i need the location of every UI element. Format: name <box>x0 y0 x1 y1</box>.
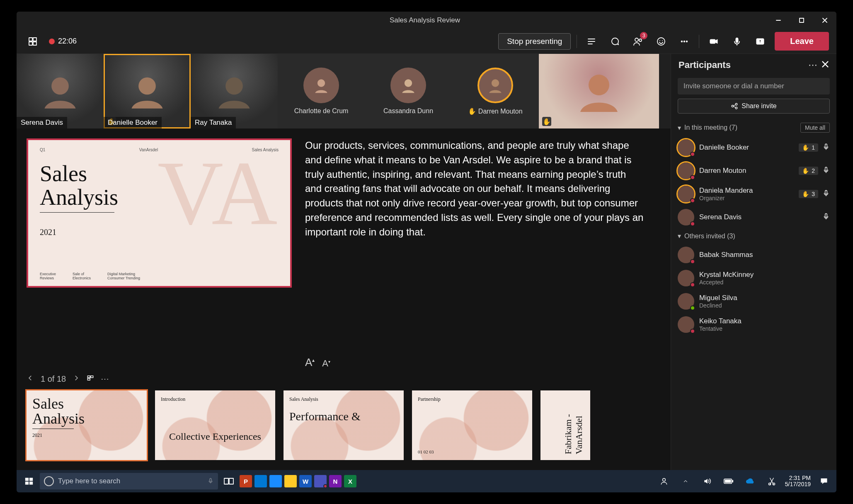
people-tray-icon[interactable] <box>656 473 672 489</box>
more-actions-icon[interactable] <box>676 33 693 50</box>
video-tile[interactable]: Ray Tanaka <box>191 54 278 128</box>
participant-name-label: Cassandra Dunn <box>383 107 433 115</box>
start-menu-button[interactable] <box>21 473 37 489</box>
window-close-button[interactable] <box>813 12 836 29</box>
file-explorer-icon[interactable] <box>284 475 297 487</box>
share-invite-button[interactable]: Share invite <box>678 99 830 114</box>
svg-rect-35 <box>210 478 211 482</box>
meeting-toolbar: 22:06 Stop presenting 3 <box>17 29 836 54</box>
video-row: Serena Davis ✋ Danielle Booker Ray Tanak… <box>17 54 671 128</box>
svg-point-7 <box>657 38 665 45</box>
onedrive-tray-icon[interactable] <box>742 473 758 489</box>
svg-rect-31 <box>25 478 29 481</box>
mic-icon[interactable] <box>822 166 830 176</box>
participant-row[interactable]: Daniela Mandera Organizer ✋ 3 <box>671 182 836 206</box>
thumb-center: Performance & <box>289 411 398 422</box>
slide-thumbnail[interactable]: Fabrikam - VanArsdel <box>540 390 590 460</box>
video-tile-avatar[interactable]: Cassandra Dunn <box>365 54 452 128</box>
hand-order-badge: ✋ 2 <box>799 167 818 175</box>
onenote-app-icon[interactable]: N <box>329 475 342 487</box>
excel-app-icon[interactable]: X <box>344 475 356 487</box>
word-app-icon[interactable]: W <box>299 475 312 487</box>
slide-thumbnail[interactable]: Sales Analysis Performance & <box>284 390 404 460</box>
tray-chevron-icon[interactable] <box>677 473 694 489</box>
video-tile-avatar[interactable]: Charlotte de Crum <box>278 54 365 128</box>
current-slide[interactable]: VA Q1 VanArsdel Sales Analysis SalesAnal… <box>27 138 292 288</box>
stop-presenting-button[interactable]: Stop presenting <box>498 33 571 50</box>
svg-point-16 <box>225 78 243 95</box>
video-tile[interactable]: ✋ <box>539 54 659 128</box>
mute-all-button[interactable]: Mute all <box>800 123 830 133</box>
invite-input[interactable]: Invite someone or dial a number <box>678 78 830 94</box>
teams-app-icon[interactable] <box>314 475 327 487</box>
raised-hand-icon: ✋ <box>542 117 551 126</box>
video-tile[interactable]: ✋ Danielle Booker <box>104 54 191 128</box>
participant-row[interactable]: Krystal McKinney Accepted <box>671 267 836 290</box>
chat-icon[interactable] <box>606 33 623 50</box>
camera-toggle-button[interactable] <box>705 33 722 50</box>
share-screen-button[interactable] <box>751 33 769 50</box>
participant-video <box>539 54 659 128</box>
layout-grid-button[interactable] <box>24 33 41 50</box>
svg-rect-2 <box>33 38 36 41</box>
notes-icon[interactable] <box>583 33 600 50</box>
grid-view-button[interactable] <box>87 374 94 384</box>
in-meeting-label: In this meeting (7) <box>684 124 737 131</box>
decrease-font-button[interactable]: A▾ <box>322 358 330 369</box>
avatar-icon <box>390 68 426 103</box>
svg-rect-40 <box>732 480 733 482</box>
slide-thumbnail[interactable]: Partnership 01 02 03 <box>412 390 532 460</box>
windows-taskbar: Type here to search P W N X <box>17 470 836 492</box>
thumb-sub: 2021 <box>32 432 141 439</box>
participant-name: Danielle Booker <box>699 143 749 152</box>
taskbar-clock[interactable]: 2:31 PM 5/17/2019 <box>785 475 811 488</box>
participants-more-icon[interactable]: ⋯ <box>808 60 817 70</box>
reactions-icon[interactable] <box>652 33 670 50</box>
thumb-title: SalesAnalysis <box>32 396 141 426</box>
participants-close-icon[interactable] <box>821 60 829 70</box>
slide-thumbnail[interactable]: Introduction Collective Experiences <box>155 390 275 460</box>
participant-row[interactable]: Danielle Booker ✋ 1 <box>671 136 836 159</box>
others-invited-section-header[interactable]: ▾ Others invited (3) <box>671 229 836 243</box>
next-slide-button[interactable] <box>73 374 80 384</box>
battery-tray-icon[interactable] <box>720 473 737 489</box>
mic-icon[interactable] <box>822 213 830 222</box>
action-center-icon[interactable] <box>816 473 832 489</box>
slide-meta: VanArsdel <box>139 148 158 152</box>
task-view-button[interactable] <box>221 473 237 489</box>
calendar-app-icon[interactable] <box>254 475 267 487</box>
svg-point-14 <box>51 78 69 95</box>
video-tile-avatar[interactable]: ✋ Darren Mouton <box>452 54 539 128</box>
powerpoint-app-icon[interactable]: P <box>240 475 252 487</box>
edge-app-icon[interactable] <box>269 475 282 487</box>
title-bar: Sales Analysis Review <box>17 12 836 29</box>
participant-row[interactable]: Serena Davis <box>671 206 836 229</box>
mic-icon[interactable] <box>822 189 830 199</box>
avatar-icon <box>678 209 694 225</box>
search-mic-icon[interactable] <box>207 477 214 485</box>
participant-row[interactable]: Miguel Silva Declined <box>671 290 836 313</box>
svg-rect-33 <box>25 482 29 485</box>
increase-font-button[interactable]: A▴ <box>305 356 315 369</box>
avatar-icon <box>303 68 339 103</box>
participant-row[interactable]: Darren Mouton ✋ 2 <box>671 159 836 182</box>
window-maximize-button[interactable] <box>790 12 813 29</box>
mic-toggle-button[interactable] <box>728 33 746 50</box>
slide-more-button[interactable]: ⋯ <box>101 374 109 384</box>
window-minimize-button[interactable] <box>767 12 790 29</box>
mic-icon[interactable] <box>822 143 830 153</box>
prev-slide-button[interactable] <box>27 374 34 384</box>
in-meeting-section-header[interactable]: ▾ In this meeting (7) Mute all <box>671 119 836 136</box>
slide-thumbnail[interactable]: SalesAnalysis 2021 <box>27 390 147 460</box>
snip-tray-icon[interactable] <box>763 473 780 489</box>
video-tile[interactable]: Serena Davis <box>17 54 104 128</box>
taskbar-search-input[interactable]: Type here to search <box>40 473 218 489</box>
leave-button[interactable]: Leave <box>775 32 829 51</box>
participant-row[interactable]: Keiko Tanaka Tentative <box>671 313 836 336</box>
svg-rect-12 <box>736 38 738 43</box>
people-count-badge: 3 <box>640 32 647 39</box>
people-icon[interactable]: 3 <box>629 33 647 50</box>
volume-tray-icon[interactable] <box>699 473 715 489</box>
participant-row[interactable]: Babak Shammas <box>671 243 836 267</box>
taskbar-time: 2:31 PM <box>785 475 811 481</box>
